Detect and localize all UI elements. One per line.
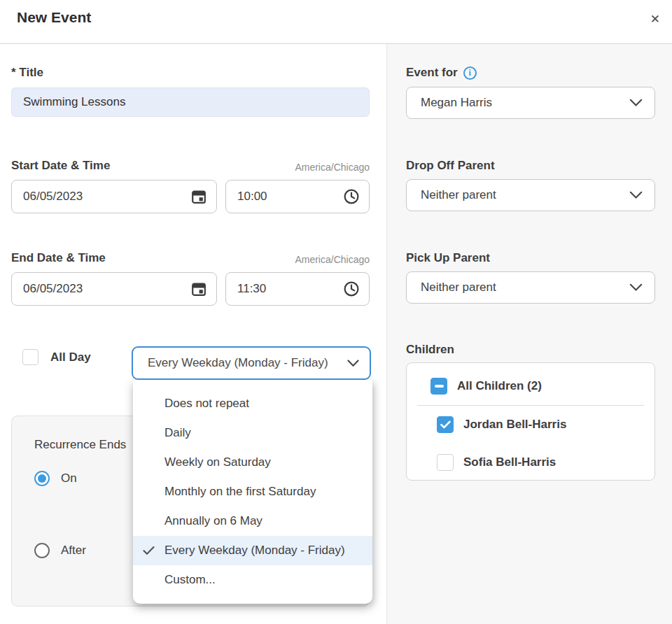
- page-title: New Event: [17, 9, 91, 26]
- radio-label: On: [61, 471, 77, 485]
- radio-icon[interactable]: [34, 543, 50, 558]
- recurrence-option-label: Annually on 6 May: [164, 514, 262, 528]
- checkbox-checked-icon[interactable]: [437, 416, 454, 433]
- recurrence-select[interactable]: Every Weekday (Monday - Friday): [132, 346, 371, 380]
- event-for-select[interactable]: Megan Harris: [406, 87, 655, 119]
- info-icon[interactable]: i: [463, 66, 477, 80]
- clock-icon[interactable]: [343, 188, 360, 205]
- title-input[interactable]: Swimming Lessons: [11, 87, 370, 117]
- drop-off-parent-select[interactable]: Neither parent: [406, 179, 655, 211]
- child-checkbox-row[interactable]: Sofia Bell-Harris: [437, 454, 556, 471]
- children-divider: [417, 405, 644, 406]
- title-value: Swimming Lessons: [23, 95, 125, 109]
- recurrence-option-label: Daily: [164, 426, 191, 440]
- recurrence-option-label: Does not repeat: [164, 397, 249, 411]
- recurrence-option-label: Monthly on the first Saturday: [164, 485, 316, 499]
- recurrence-option-label: Weekly on Saturday: [164, 455, 271, 469]
- recurrence-option-label: Every Weekday (Monday - Friday): [164, 544, 345, 558]
- calendar-icon[interactable]: [190, 281, 207, 297]
- recurrence-option[interactable]: Monthly on the first Saturday: [133, 477, 372, 506]
- all-day-checkbox-row[interactable]: All Day: [22, 349, 91, 365]
- start-time-input[interactable]: 10:00: [225, 180, 370, 213]
- pick-up-parent-value: Neither parent: [421, 281, 496, 295]
- event-for-label-row: Event for i: [406, 66, 477, 80]
- end-timezone: America/Chicago: [11, 254, 370, 265]
- chevron-down-icon: [629, 191, 643, 199]
- recurrence-option-label: Custom...: [164, 573, 216, 587]
- chevron-down-icon: [629, 283, 643, 292]
- all-day-label: All Day: [50, 350, 91, 364]
- close-icon[interactable]: ✕: [648, 10, 663, 28]
- child-checkbox-row[interactable]: Jordan Bell-Harris: [437, 416, 566, 433]
- children-panel: All Children (2) Jordan Bell-Harris Sofi…: [406, 362, 655, 481]
- recurrence-option[interactable]: Daily: [133, 418, 372, 448]
- event-for-value: Megan Harris: [421, 96, 492, 110]
- drop-off-parent-label: Drop Off Parent: [406, 159, 495, 173]
- recurrence-option[interactable]: Weekly on Saturday: [133, 448, 372, 477]
- child-label: Jordan Bell-Harris: [463, 418, 566, 432]
- recurrence-ends-label: Recurrence Ends: [34, 438, 126, 452]
- recurrence-option[interactable]: Every Weekday (Monday - Friday): [133, 536, 372, 565]
- radio-icon[interactable]: [34, 471, 50, 486]
- radio-label: After: [61, 544, 86, 558]
- all-children-checkbox-row[interactable]: All Children (2): [430, 378, 542, 395]
- title-label: * Title: [11, 66, 43, 80]
- details-panel: [386, 44, 672, 624]
- calendar-icon[interactable]: [190, 188, 207, 205]
- recurrence-option[interactable]: Annually on 6 May: [133, 506, 372, 536]
- pick-up-parent-select[interactable]: Neither parent: [406, 271, 655, 304]
- start-time-value: 10:00: [237, 190, 267, 204]
- end-date-value: 06/05/2023: [23, 282, 83, 296]
- all-children-label: All Children (2): [457, 379, 542, 393]
- drop-off-parent-value: Neither parent: [421, 188, 496, 202]
- checkbox-unchecked-icon[interactable]: [437, 454, 454, 471]
- start-date-value: 06/05/2023: [23, 190, 83, 204]
- recurrence-dropdown-menu: Does not repeat Daily Weekly on Saturday…: [133, 380, 372, 604]
- end-time-value: 11:30: [237, 282, 266, 296]
- start-date-input[interactable]: 06/05/2023: [11, 180, 217, 213]
- recurrence-ends-on-radio[interactable]: On: [34, 471, 77, 486]
- new-event-modal: New Event ✕ * Title Swimming Lessons Sta…: [0, 0, 672, 624]
- event-for-label: Event for: [406, 66, 458, 80]
- end-date-input[interactable]: 06/05/2023: [11, 272, 217, 306]
- start-timezone: America/Chicago: [11, 162, 370, 173]
- child-label: Sofia Bell-Harris: [463, 455, 556, 469]
- checkbox-icon[interactable]: [22, 349, 38, 365]
- chevron-down-icon: [347, 360, 359, 367]
- checkbox-indeterminate-icon[interactable]: [430, 378, 447, 395]
- recurrence-ends-after-radio[interactable]: After: [34, 543, 86, 558]
- pick-up-parent-label: Pick Up Parent: [406, 251, 490, 265]
- check-icon: [143, 546, 155, 555]
- recurrence-option[interactable]: Does not repeat: [133, 389, 372, 418]
- chevron-down-icon: [629, 99, 643, 107]
- recurrence-selected-value: Every Weekday (Monday - Friday): [148, 356, 328, 370]
- clock-icon[interactable]: [343, 281, 360, 297]
- end-time-input[interactable]: 11:30: [225, 272, 370, 306]
- recurrence-option[interactable]: Custom...: [133, 565, 372, 595]
- children-label: Children: [406, 343, 454, 357]
